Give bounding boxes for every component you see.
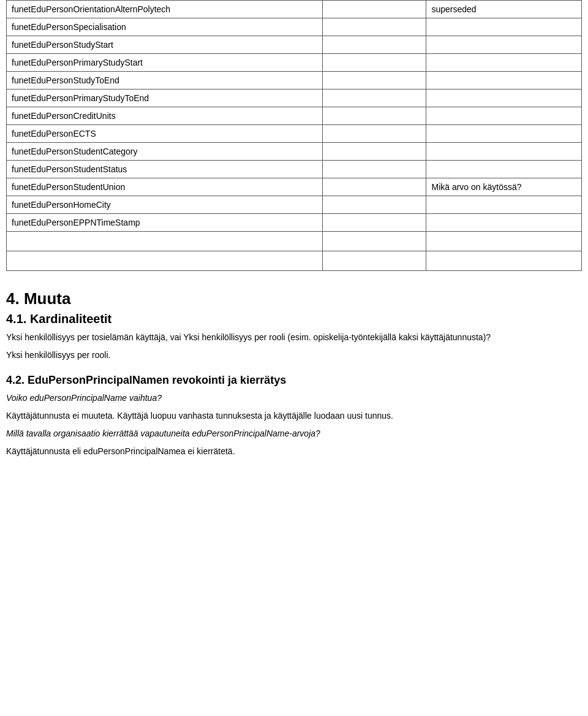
table-row: funetEduPersonHomeCity	[7, 196, 582, 214]
table-cell: funetEduPersonCreditUnits	[7, 107, 323, 125]
table-cell: funetEduPersonStudentStatus	[7, 161, 323, 178]
table-cell	[323, 143, 426, 161]
table-row: funetEduPersonEPPNTimeStamp	[7, 214, 582, 232]
table-cell	[7, 232, 323, 251]
table-cell	[323, 90, 426, 107]
table-cell	[323, 196, 426, 214]
table-cell	[426, 161, 582, 178]
table-row	[7, 251, 582, 271]
table-cell: funetEduPersonPrimaryStudyToEnd	[7, 90, 323, 107]
table-cell: superseded	[426, 1, 582, 18]
table-cell	[426, 90, 582, 107]
table-cell	[426, 54, 582, 72]
table-cell	[426, 18, 582, 36]
attributes-table: funetEduPersonOrientationAlternPolytechs…	[6, 0, 582, 271]
subsection-42-title: 4.2. EduPersonPrincipalNamen revokointi …	[6, 374, 582, 387]
subsection-42-para2: Käyttäjätunnusta eli eduPersonPrincipalN…	[6, 445, 582, 458]
table-row: funetEduPersonStudentUnionMikä arvo on k…	[7, 178, 582, 196]
table-row: funetEduPersonStudentStatus	[7, 161, 582, 178]
subsection-42-italic1: Voiko eduPersonPrincipalName vaihtua?	[6, 392, 582, 405]
table-cell: funetEduPersonHomeCity	[7, 196, 323, 214]
table-row: funetEduPersonStudyToEnd	[7, 72, 582, 90]
section-4: 4. Muuta	[6, 289, 582, 308]
table-cell: funetEduPersonSpecialisation	[7, 18, 323, 36]
table-row: funetEduPersonECTS	[7, 125, 582, 143]
table-cell	[323, 72, 426, 90]
table-cell	[426, 125, 582, 143]
table-cell	[323, 232, 426, 251]
table-cell	[323, 36, 426, 54]
table-row	[7, 232, 582, 251]
subsection-42-italic2: Millä tavalla organisaatio kierrättää va…	[6, 427, 582, 440]
table-row: funetEduPersonStudentCategory	[7, 143, 582, 161]
table-cell: funetEduPersonStudentCategory	[7, 143, 323, 161]
table-cell: funetEduPersonECTS	[7, 125, 323, 143]
table-cell	[426, 72, 582, 90]
table-cell	[426, 143, 582, 161]
table-cell	[426, 232, 582, 251]
subsection-41-para1: Yksi henkilöllisyys per tosielämän käytt…	[6, 331, 582, 344]
table-cell	[323, 107, 426, 125]
table-cell	[323, 1, 426, 18]
table-row: funetEduPersonStudyStart	[7, 36, 582, 54]
table-row: funetEduPersonPrimaryStudyToEnd	[7, 90, 582, 107]
table-cell: Mikä arvo on käytössä?	[426, 178, 582, 196]
table-cell	[323, 214, 426, 232]
table-cell: funetEduPersonStudentUnion	[7, 178, 323, 196]
subsection-41-para2: Yksi henkilöllisyys per rooli.	[6, 349, 582, 362]
table-cell: funetEduPersonOrientationAlternPolytech	[7, 1, 323, 18]
table-cell	[7, 251, 323, 271]
table-cell	[323, 178, 426, 196]
table-cell	[323, 251, 426, 271]
section-4-title: 4. Muuta	[6, 289, 582, 308]
table-cell	[426, 36, 582, 54]
table-cell	[426, 107, 582, 125]
table-cell	[323, 18, 426, 36]
table-cell	[426, 214, 582, 232]
table-cell: funetEduPersonPrimaryStudyStart	[7, 54, 323, 72]
table-cell	[323, 125, 426, 143]
subsection-41: 4.1. Kardinaliteetit Yksi henkilöllisyys…	[6, 312, 582, 362]
table-cell: funetEduPersonStudyToEnd	[7, 72, 323, 90]
table-cell: funetEduPersonEPPNTimeStamp	[7, 214, 323, 232]
table-cell: funetEduPersonStudyStart	[7, 36, 323, 54]
subsection-42: 4.2. EduPersonPrincipalNamen revokointi …	[6, 374, 582, 458]
subsection-42-para1: Käyttäjätunnusta ei muuteta. Käyttäjä lu…	[6, 409, 582, 422]
table-cell	[426, 196, 582, 214]
table-row: funetEduPersonSpecialisation	[7, 18, 582, 36]
table-cell	[323, 161, 426, 178]
table-row: funetEduPersonCreditUnits	[7, 107, 582, 125]
table-cell	[323, 54, 426, 72]
subsection-41-title: 4.1. Kardinaliteetit	[6, 312, 582, 326]
table-row: funetEduPersonOrientationAlternPolytechs…	[7, 1, 582, 18]
table-row: funetEduPersonPrimaryStudyStart	[7, 54, 582, 72]
table-cell	[426, 251, 582, 271]
